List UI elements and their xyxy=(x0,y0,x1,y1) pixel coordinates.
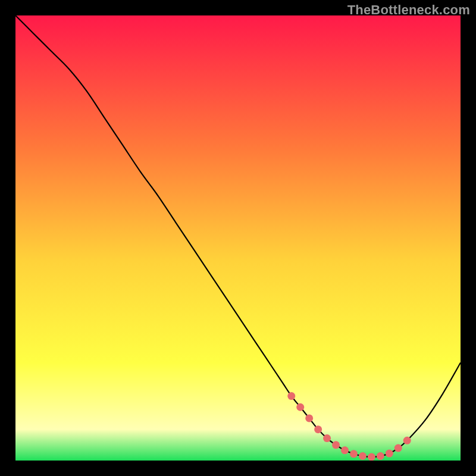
optimum-marker xyxy=(314,425,322,433)
optimum-marker xyxy=(394,444,402,452)
optimum-marker xyxy=(350,450,358,458)
optimum-marker xyxy=(341,446,349,454)
optimum-marker xyxy=(359,452,367,460)
optimum-marker xyxy=(386,450,393,458)
optimum-marker xyxy=(323,434,331,442)
optimum-marker xyxy=(305,414,313,422)
optimum-marker xyxy=(368,453,375,461)
plot-area xyxy=(15,15,461,461)
optimum-marker xyxy=(403,437,411,444)
gradient-background xyxy=(15,15,461,461)
optimum-marker xyxy=(377,452,384,460)
optimum-marker xyxy=(287,392,295,400)
optimum-marker xyxy=(296,403,304,411)
chart-svg xyxy=(15,15,461,461)
watermark-text: TheBottleneck.com xyxy=(347,2,470,18)
outer-frame: TheBottleneck.com xyxy=(0,0,476,476)
optimum-marker xyxy=(332,441,340,449)
